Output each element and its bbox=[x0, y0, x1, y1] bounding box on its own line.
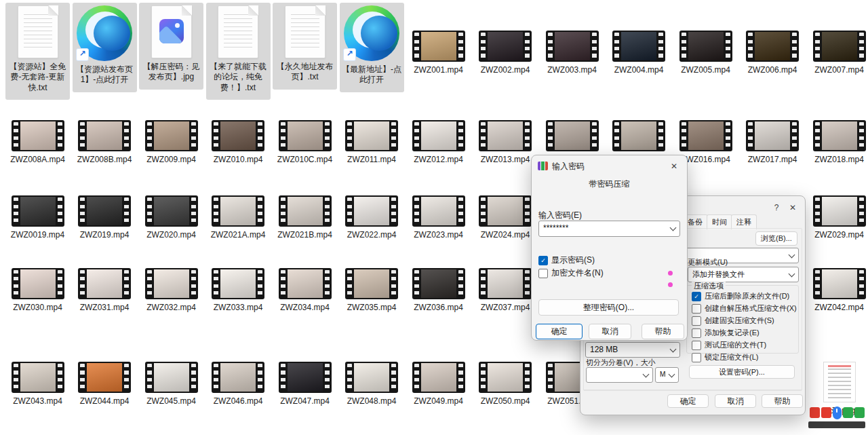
file-label: ZWZ021A.mp4 bbox=[206, 230, 271, 240]
dictionary-size-combobox[interactable]: 128 MB bbox=[585, 342, 680, 358]
file-label: ZWZ0019.mp4 bbox=[5, 230, 70, 240]
option-checkbox[interactable]: 锁定压缩文件(L) bbox=[692, 352, 798, 362]
desktop-item-ZWZ023[interactable]: ZWZ023.mp4 bbox=[406, 195, 471, 240]
option-checkbox[interactable]: 添加恢复记录(E) bbox=[692, 328, 798, 338]
video-file-icon bbox=[12, 120, 64, 151]
desktop-item-jpg-1[interactable]: 【解压密码：见发布页】.jpg bbox=[139, 3, 203, 90]
desktop-item-txt-1[interactable]: 【资源站】全免费-无套路-更新快.txt bbox=[5, 3, 70, 100]
desktop-item-ZWZ010C[interactable]: ZWZ010C.mp4 bbox=[273, 120, 337, 165]
tab-时间[interactable]: 时间 bbox=[707, 214, 732, 229]
checkbox-unchecked-icon bbox=[692, 304, 701, 314]
file-label: ZWZ019.mp4 bbox=[73, 230, 137, 240]
desktop-item-ZWZ013[interactable]: ZWZ013.mp4 bbox=[473, 120, 538, 165]
close-icon[interactable]: ✕ bbox=[784, 200, 802, 214]
video-file-icon bbox=[345, 362, 398, 393]
desktop-item-ZWZ043[interactable]: ZWZ043.mp4 bbox=[5, 362, 70, 406]
desktop-item-ZWZ050[interactable]: ZWZ050.mp4 bbox=[473, 362, 538, 406]
desktop-item-ZWZ031[interactable]: ZWZ031.mp4 bbox=[73, 268, 137, 313]
dialog-help-icon[interactable]: ? bbox=[768, 200, 785, 214]
desktop-item-ZWZ008B[interactable]: ZWZ008B.mp4 bbox=[73, 120, 137, 165]
desktop-item-ZWZ003[interactable]: ZWZ003.mp4 bbox=[540, 5, 604, 75]
desktop-item-ZWZ049[interactable]: ZWZ049.mp4 bbox=[406, 362, 471, 406]
desktop-item-ZWZ005[interactable]: ZWZ005.mp4 bbox=[673, 5, 738, 75]
encrypt-filenames-checkbox[interactable]: 加密文件名(N) bbox=[538, 267, 604, 279]
update-mode-combobox[interactable]: 添加并替换文件 bbox=[688, 267, 799, 282]
desktop-item-ZWZ004[interactable]: ZWZ004.mp4 bbox=[607, 5, 671, 75]
desktop-item-ZWZ033[interactable]: ZWZ033.mp4 bbox=[206, 268, 271, 313]
desktop-item-ZWZ032[interactable]: ZWZ032.mp4 bbox=[139, 268, 203, 313]
desktop-item-ZWZ037[interactable]: ZWZ037.mp4 bbox=[473, 268, 538, 313]
split-volumes-combobox[interactable] bbox=[586, 367, 653, 383]
checkbox-unchecked-icon bbox=[538, 269, 548, 278]
desktop-item-ZWZ009[interactable]: ZWZ009.mp4 bbox=[139, 120, 203, 165]
browse-button[interactable]: 浏览(B)... bbox=[755, 231, 797, 246]
password-value: ******** bbox=[543, 221, 667, 236]
close-icon[interactable]: ✕ bbox=[665, 159, 683, 173]
video-thumbnail bbox=[20, 269, 56, 298]
file-label: 【解压密码：见发布页】.jpg bbox=[139, 62, 203, 83]
desktop-item-edge-2[interactable]: ↗【最新地址】-点此打开 bbox=[340, 3, 404, 92]
desktop-item-ZWZ006[interactable]: ZWZ006.mp4 bbox=[741, 5, 805, 75]
file-label: ZWZ017.mp4 bbox=[741, 155, 805, 165]
set-password-button[interactable]: 设置密码(P)... bbox=[689, 365, 795, 379]
desktop-item-ZWZ029[interactable]: ZWZ029.mp4 bbox=[807, 195, 868, 240]
chevron-down-icon bbox=[789, 270, 795, 277]
desktop-item-ZWZ046[interactable]: ZWZ046.mp4 bbox=[206, 362, 271, 406]
desktop-item-ZWZ021A[interactable]: ZWZ021A.mp4 bbox=[206, 195, 271, 240]
desktop-item-ZWZ020[interactable]: ZWZ020.mp4 bbox=[139, 195, 203, 240]
watermark-text-bar bbox=[808, 421, 865, 428]
checkbox-label: 测试压缩的文件(T) bbox=[705, 340, 766, 350]
tab-注释[interactable]: 注释 bbox=[731, 214, 757, 229]
show-password-checkbox[interactable]: ✓ 显示密码(S) bbox=[538, 254, 595, 266]
cancel-button[interactable]: 取消 bbox=[715, 394, 756, 408]
desktop-item-ZWZ048[interactable]: ZWZ048.mp4 bbox=[340, 362, 404, 406]
ok-button[interactable]: 确定 bbox=[667, 394, 709, 408]
desktop-item-ZWZ036[interactable]: ZWZ036.mp4 bbox=[406, 268, 471, 313]
desktop-item-ZWZ045[interactable]: ZWZ045.mp4 bbox=[139, 362, 203, 406]
desktop-item-ZWZ018[interactable]: ZWZ018.mp4 bbox=[807, 120, 868, 165]
help-button[interactable]: 帮助 bbox=[642, 324, 684, 339]
desktop-item-ZWZ001[interactable]: ZWZ001.mp4 bbox=[406, 5, 471, 75]
desktop-item-ZWZ019[interactable]: ZWZ019.mp4 bbox=[73, 195, 137, 240]
option-checkbox[interactable]: 测试压缩的文件(T) bbox=[692, 340, 798, 350]
file-label: ZWZ033.mp4 bbox=[206, 303, 271, 313]
cancel-button[interactable]: 取消 bbox=[589, 324, 631, 339]
desktop-item-ZWZ010[interactable]: ZWZ010.mp4 bbox=[206, 120, 271, 165]
help-button[interactable]: 帮助 bbox=[762, 394, 803, 408]
desktop-item-txt-3[interactable]: 【永久地址发布页】.txt bbox=[273, 3, 337, 90]
desktop-item-ZWZ002[interactable]: ZWZ002.mp4 bbox=[473, 5, 538, 75]
desktop-item-ZWZ042[interactable]: ZWZ042.mp4 bbox=[807, 268, 868, 313]
video-thumbnail bbox=[154, 363, 189, 392]
organize-passwords-button[interactable]: 整理密码(O)... bbox=[538, 299, 679, 316]
video-file-icon bbox=[813, 268, 866, 299]
desktop-item-ZWZ035[interactable]: ZWZ035.mp4 bbox=[340, 268, 404, 313]
file-label: ZWZ022.mp4 bbox=[340, 230, 404, 240]
desktop-item-ZWZ021B[interactable]: ZWZ021B.mp4 bbox=[273, 195, 337, 240]
video-file-icon bbox=[546, 31, 599, 62]
desktop-item-ZWZ011[interactable]: ZWZ011.mp4 bbox=[340, 120, 404, 165]
file-label: ZWZ007.mp4 bbox=[807, 65, 868, 75]
option-checkbox[interactable]: 创建自解压格式压缩文件(X) bbox=[692, 303, 798, 314]
desktop-item-txt-2[interactable]: 【来了就能下载的论坛，纯免费！】.txt bbox=[206, 3, 271, 100]
video-thumbnail bbox=[822, 121, 857, 150]
desktop-item-ZWZ034[interactable]: ZWZ034.mp4 bbox=[273, 268, 337, 313]
split-unit-combobox[interactable]: MB bbox=[655, 367, 679, 383]
video-file-icon bbox=[412, 362, 465, 393]
desktop-item-ZWZ008A[interactable]: ZWZ008A.mp4 bbox=[5, 120, 70, 165]
desktop-item-ZWZ022[interactable]: ZWZ022.mp4 bbox=[340, 195, 404, 240]
desktop-item-ZWZ030[interactable]: ZWZ030.mp4 bbox=[5, 268, 70, 313]
option-checkbox[interactable]: 创建固实压缩文件(S) bbox=[692, 316, 798, 326]
desktop-item-ZWZ017[interactable]: ZWZ017.mp4 bbox=[741, 120, 805, 165]
desktop-item-ZWZ047[interactable]: ZWZ047.mp4 bbox=[273, 362, 337, 406]
video-thumbnail bbox=[488, 363, 523, 392]
desktop-item-ZWZ012[interactable]: ZWZ012.mp4 bbox=[406, 120, 471, 165]
desktop-item-ZWZ0019[interactable]: ZWZ0019.mp4 bbox=[5, 195, 70, 240]
option-checkbox[interactable]: ✓压缩后删除原来的文件(D) bbox=[692, 291, 798, 301]
password-input[interactable]: ******** bbox=[538, 221, 680, 237]
desktop-item-ZWZ007[interactable]: ZWZ007.mp4 bbox=[807, 5, 868, 75]
checkbox-unchecked-icon bbox=[692, 341, 701, 350]
desktop-item-ZWZ044[interactable]: ZWZ044.mp4 bbox=[73, 362, 137, 406]
desktop-item-ZWZ024[interactable]: ZWZ024.mp4 bbox=[473, 195, 538, 240]
ok-button[interactable]: 确定 bbox=[536, 324, 583, 339]
desktop-item-edge-1[interactable]: ↗【资源站发布页1】-点此打开 bbox=[73, 3, 137, 92]
